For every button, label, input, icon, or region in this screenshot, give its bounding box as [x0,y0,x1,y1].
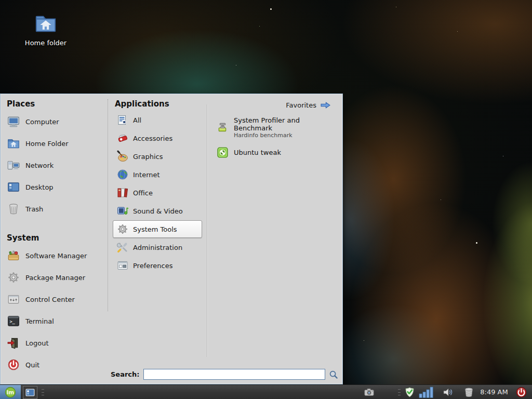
menu-item-terminal[interactable]: >_ Terminal [1,310,108,332]
mint-logo-icon: lm [5,387,16,398]
office-icon [116,187,129,199]
menu-item-home-folder[interactable]: Home Folder [1,132,108,154]
menu-item-logout[interactable]: Logout [1,332,108,354]
category-accessories[interactable]: Accessories [113,129,202,147]
desktop-shortcut-home[interactable]: Home folder [17,11,74,47]
places-column: Places Computer Home Folder Network Desk… [1,94,108,384]
show-desktop-button[interactable] [23,386,37,399]
menu-item-label: Terminal [25,317,54,325]
package-manager-icon [7,271,20,284]
application-list-column: Favorites System Profiler and Benchmark … [208,94,342,384]
menu-item-label: Computer [25,118,59,126]
internet-icon [116,168,129,181]
clock[interactable]: 8:49 AM [477,385,511,399]
menu-item-computer[interactable]: Computer [1,111,108,132]
favorites-button[interactable]: Favorites [208,94,342,109]
home-folder-icon [7,137,20,150]
menu-item-label: Logout [25,339,49,347]
category-label: All [133,116,141,124]
all-applications-icon [116,114,129,126]
search-label: Search: [111,370,140,378]
update-manager-shield-icon[interactable] [404,387,416,398]
category-label: Accessories [133,135,172,142]
show-desktop-icon [25,389,35,396]
menu-item-quit[interactable]: Quit [1,354,108,376]
category-graphics[interactable]: Graphics [113,148,202,165]
category-internet[interactable]: Internet [113,166,202,183]
places-heading: Places [1,94,108,111]
desktop-icon [7,180,20,194]
category-system-tools[interactable]: System Tools [113,220,202,238]
accessories-icon [116,132,129,144]
network-signal-icon[interactable] [419,387,434,398]
power-button-icon[interactable] [515,387,527,398]
software-manager-icon [7,249,20,262]
category-label: Sound & Video [133,207,183,215]
app-title: System Profiler and Benchmark [234,116,340,132]
menu-item-label: Network [25,162,54,169]
category-administration[interactable]: Administration [113,238,202,256]
panel-grip[interactable] [42,389,45,395]
category-preferences[interactable]: Preferences [113,257,202,274]
menu-item-control-center[interactable]: Control Center [1,288,108,310]
logout-icon [7,336,20,350]
taskbar: lm 8:49 AM [0,384,532,399]
app-ubuntu-tweak[interactable]: Ubuntu tweak [208,142,342,162]
category-label: System Tools [133,225,177,233]
home-folder-icon [34,11,58,35]
category-office[interactable]: Office [113,184,202,202]
preferences-icon [116,259,129,272]
wastebasket-icon[interactable] [463,387,475,398]
category-label: Office [133,189,153,197]
category-label: Administration [133,244,182,251]
terminal-icon: >_ [7,314,20,328]
applications-heading: Applications [109,94,206,111]
category-sound-video[interactable]: Sound & Video [113,202,202,220]
menu-item-label: Software Manager [25,252,87,260]
svg-text:>_: >_ [9,319,15,324]
column-separator-dotted [108,99,108,311]
system-tools-icon [116,223,129,235]
menu-item-package-manager[interactable]: Package Manager [1,267,108,288]
network-icon [7,158,20,172]
app-title: Ubuntu tweak [234,149,281,156]
svg-text:lm: lm [7,389,15,395]
administration-icon [116,241,129,254]
background-stars [0,0,1,1]
favorites-arrow-icon [320,101,331,109]
benchmark-icon [216,121,229,134]
mint-menu-button[interactable]: lm [0,385,21,399]
menu-item-label: Control Center [25,296,75,303]
system-heading: System [1,228,108,245]
category-label: Graphics [133,153,163,161]
applications-column: Applications All Accessories Graphics In… [109,94,206,384]
sound-video-icon [116,205,129,217]
app-subtitle: Hardinfo benchmark [234,132,340,139]
volume-icon[interactable] [442,387,454,398]
category-all[interactable]: All [113,111,202,129]
menu-item-label: Package Manager [25,274,85,282]
favorites-label: Favorites [286,101,316,109]
search-icon[interactable] [329,370,338,379]
menu-item-label: Desktop [25,183,54,191]
ubuntu-tweak-icon [216,146,229,159]
category-label: Preferences [133,262,172,270]
trash-icon [7,202,20,216]
menu-item-network[interactable]: Network [1,154,108,176]
mint-menu-panel: Places Computer Home Folder Network Desk… [0,94,343,384]
graphics-icon [116,150,129,163]
menu-item-software-manager[interactable]: Software Manager [1,245,108,267]
menu-item-label: Trash [25,205,43,213]
screenshot-tray-icon[interactable] [363,387,375,398]
quit-icon [7,358,20,371]
menu-item-label: Home Folder [25,140,69,148]
control-center-icon [7,292,20,306]
category-label: Internet [133,171,160,179]
shortcut-label: Home folder [17,39,74,47]
menu-item-desktop[interactable]: Desktop [1,176,108,198]
search-input[interactable] [143,369,325,380]
tray-grip[interactable] [398,389,401,395]
app-system-profiler-benchmark[interactable]: System Profiler and Benchmark Hardinfo b… [208,112,342,142]
menu-item-trash[interactable]: Trash [1,198,108,220]
computer-icon [7,115,20,128]
